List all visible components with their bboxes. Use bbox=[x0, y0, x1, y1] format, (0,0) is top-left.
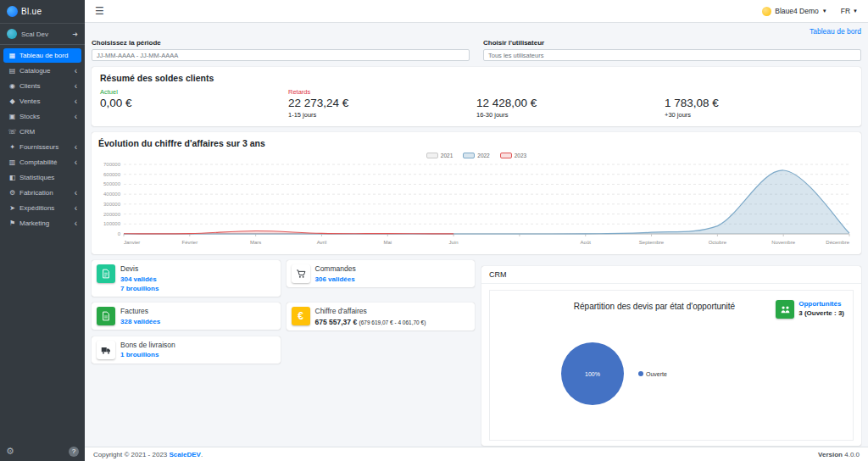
chiffre-affaires-body: Chiffre d'affaires 675 557,37 € (679 619… bbox=[315, 307, 426, 326]
crm-chart-area: Répartition des devis par état d'opportu… bbox=[489, 290, 854, 441]
svg-text:Décembre: Décembre bbox=[826, 240, 849, 245]
pie-area: 100% Ouverte bbox=[559, 340, 667, 408]
devis-card[interactable]: Devis 304 validés 7 brouillons bbox=[92, 260, 281, 297]
balance-amount: 22 273,24 € bbox=[288, 97, 476, 109]
help-icon[interactable]: ? bbox=[69, 447, 79, 457]
fournisseurs-icon: ✦ bbox=[8, 143, 17, 151]
marketing-icon: ⚑ bbox=[8, 219, 17, 227]
stat-link[interactable]: 304 validés bbox=[120, 275, 159, 283]
opportunities-widget[interactable]: Opportunités 3 (Ouverte : 3) bbox=[776, 300, 844, 319]
user-label: Choisir l'utilisateur bbox=[483, 39, 861, 47]
svg-text:Octobre: Octobre bbox=[709, 240, 727, 245]
sidebar-item-crm[interactable]: ☏CRM bbox=[3, 125, 81, 139]
legend-item-2022[interactable]: 2022 bbox=[463, 153, 489, 158]
clients-icon: ◉ bbox=[8, 82, 17, 90]
svg-text:Mai: Mai bbox=[383, 240, 392, 245]
sidebar-item-label: Ventes bbox=[19, 97, 40, 105]
user-panel[interactable]: Scal Dev ➜ bbox=[0, 24, 85, 45]
user-filter: Choisir l'utilisateur Tous les utilisate… bbox=[483, 39, 861, 61]
legend-swatch-icon bbox=[463, 153, 475, 158]
sidebar-item-label: Fournisseurs bbox=[19, 143, 58, 151]
commandes-body: Commandes 306 validées bbox=[315, 264, 356, 283]
balance-late-16-30: 12 428,00 € 16-30 jours bbox=[476, 88, 665, 119]
revenue-chart-card: Évolution du chiffre d'affaires sur 3 an… bbox=[92, 132, 861, 254]
sidebar-item-stocks[interactable]: ▣Stocks‹ bbox=[3, 109, 81, 124]
svg-text:Avril: Avril bbox=[317, 240, 327, 245]
sidebar-item-catalogue[interactable]: ▤Catalogue‹ bbox=[3, 64, 81, 78]
sidebar: Bl.ue Scal Dev ➜ ▦Tableau de bord▤Catalo… bbox=[0, 0, 85, 461]
breadcrumb-link[interactable]: Tableau de bord bbox=[810, 27, 861, 36]
sidebar-item-marketing[interactable]: ⚑Marketing‹ bbox=[3, 216, 81, 230]
brand[interactable]: Bl.ue bbox=[0, 0, 85, 24]
dashboard-icon: ▦ bbox=[8, 52, 17, 59]
fabrication-icon: ⚙ bbox=[8, 189, 17, 197]
chevron-down-icon: ▼ bbox=[822, 8, 827, 14]
sidebar-item-tableau-de-bord[interactable]: ▦Tableau de bord bbox=[3, 48, 81, 63]
legend-item-2021[interactable]: 2021 bbox=[426, 153, 453, 158]
stat-title: Devis bbox=[120, 264, 159, 273]
revenue-chart-title: Évolution du chiffre d'affaires sur 3 an… bbox=[98, 138, 854, 148]
svg-text:0: 0 bbox=[118, 231, 121, 236]
balance-sub bbox=[100, 111, 288, 119]
legend-label: 2023 bbox=[515, 153, 526, 158]
sidebar-item-ventes[interactable]: ◆Ventes‹ bbox=[3, 94, 81, 108]
sidebar-item-label: Marketing bbox=[19, 219, 49, 227]
period-filter: Choisissez la période bbox=[92, 39, 470, 61]
filters-row: Choisissez la période Choisir l'utilisat… bbox=[92, 39, 861, 61]
legend-swatch-icon bbox=[500, 153, 512, 158]
legend-item-2023[interactable]: 2023 bbox=[500, 153, 526, 158]
sidebar-item-expeditions[interactable]: ➤Expéditions‹ bbox=[3, 201, 81, 215]
bottom-section: Devis 304 validés 7 brouillons Commandes… bbox=[92, 260, 861, 446]
sidebar-item-statistiques[interactable]: ◧Statistiques bbox=[3, 170, 81, 185]
sidebar-item-clients[interactable]: ◉Clients‹ bbox=[3, 79, 81, 93]
copyright-years: Copyright © 2021 - 2023 bbox=[93, 451, 167, 458]
chevron-left-icon: ‹ bbox=[73, 82, 77, 91]
chiffre-affaires-card[interactable]: € Chiffre d'affaires 675 557,37 € (679 6… bbox=[287, 303, 476, 330]
factures-body: Factures 328 validées bbox=[120, 307, 160, 325]
sidebar-item-label: Statistiques bbox=[19, 174, 54, 181]
sign-out-icon[interactable]: ➜ bbox=[72, 31, 78, 38]
commandes-card[interactable]: Commandes 306 validées bbox=[287, 260, 476, 287]
pie-legend-dot-icon bbox=[638, 371, 643, 376]
bons-livraison-card[interactable]: Bons de livraison 1 brouillons bbox=[92, 336, 281, 364]
stat-link[interactable]: 306 validées bbox=[315, 275, 356, 283]
copyright-period: . bbox=[201, 451, 203, 458]
user-avatar bbox=[7, 29, 17, 39]
scaledev-link[interactable]: ScaleDEV bbox=[170, 451, 201, 458]
crm-card: CRM Répartition des devis par état d'opp… bbox=[481, 266, 861, 446]
svg-text:300000: 300000 bbox=[103, 202, 121, 207]
account-dropdown[interactable]: Blaue4 Demo ▼ bbox=[762, 7, 826, 16]
balances-title: Résumé des soldes clients bbox=[100, 73, 853, 83]
brand-name: Bl.ue bbox=[21, 7, 42, 16]
statistiques-icon: ◧ bbox=[8, 174, 17, 181]
main-content: Tableau de bord Choisissez la période Ch… bbox=[85, 23, 868, 447]
stat-title: Bons de livraison bbox=[120, 341, 175, 349]
language-dropdown[interactable]: FR ▼ bbox=[841, 7, 858, 15]
sidebar-item-fabrication[interactable]: ⚙Fabrication‹ bbox=[3, 186, 81, 200]
balance-label bbox=[665, 88, 853, 96]
stat-link[interactable]: 1 brouillons bbox=[120, 351, 175, 358]
factures-card[interactable]: Factures 328 validées bbox=[92, 303, 281, 330]
sidebar-item-comptabilite[interactable]: ▥Comptabilité‹ bbox=[3, 155, 81, 169]
period-input[interactable] bbox=[92, 49, 470, 61]
opportunity-pie-chart: 100% bbox=[559, 340, 626, 408]
stat-link[interactable]: 328 validées bbox=[120, 318, 160, 325]
settings-gear-icon[interactable]: ⚙ bbox=[6, 446, 14, 457]
svg-text:400000: 400000 bbox=[103, 192, 121, 197]
sidebar-item-fournisseurs[interactable]: ✦Fournisseurs‹ bbox=[3, 140, 81, 154]
opportunities-text: Opportunités 3 (Ouverte : 3) bbox=[798, 300, 844, 317]
svg-text:700000: 700000 bbox=[103, 162, 121, 167]
pie-legend-item[interactable]: Ouverte bbox=[638, 371, 667, 377]
sidebar-item-label: Stocks bbox=[19, 113, 40, 120]
opportunities-value: 3 (Ouverte : 3) bbox=[798, 309, 844, 317]
opportunities-icon bbox=[776, 300, 794, 319]
svg-text:Juin: Juin bbox=[449, 240, 459, 245]
hamburger-menu-icon[interactable]: ☰ bbox=[95, 5, 104, 17]
balance-late-30plus: 1 783,08 € +30 jours bbox=[665, 88, 853, 119]
stat-link[interactable]: 7 brouillons bbox=[120, 285, 159, 292]
user-select[interactable]: Tous les utilisateurs bbox=[483, 49, 861, 61]
stat-title: Chiffre d'affaires bbox=[315, 307, 426, 315]
balances-card: Résumé des soldes clients Actuel 0,00 € … bbox=[92, 67, 861, 126]
version-number: 4.0.0 bbox=[844, 451, 860, 458]
svg-text:Février: Février bbox=[181, 240, 198, 245]
